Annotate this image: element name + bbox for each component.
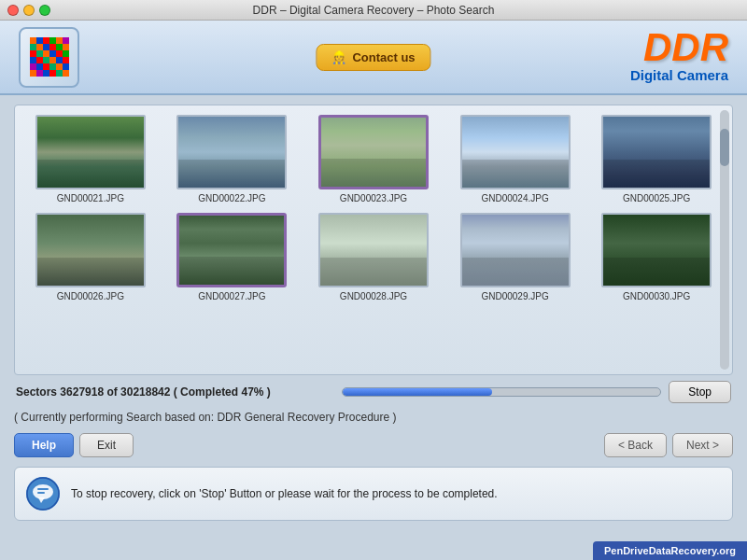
header: 👷 Contact us DDR Digital Camera (0, 21, 747, 95)
photo-thumbnail[interactable] (35, 115, 146, 189)
svg-rect-36 (63, 70, 69, 77)
svg-rect-29 (56, 63, 63, 70)
photo-thumbnail-selected[interactable] (176, 213, 287, 287)
status-message: ( Currently performing Search based on: … (14, 409, 733, 429)
svg-rect-33 (43, 70, 49, 77)
photo-filename: GND00028.JPG (340, 291, 407, 301)
svg-rect-21 (43, 57, 49, 63)
help-button[interactable]: Help (14, 433, 74, 457)
photo-thumbnail[interactable] (460, 213, 571, 287)
svg-rect-41 (37, 492, 45, 494)
svg-rect-10 (49, 44, 56, 50)
progress-text: Sectors 3627918 of 30218842 ( Completed … (16, 385, 334, 399)
photo-grid: GND00021.JPG GND00022.JPG GND00023.JPG G… (24, 115, 723, 301)
list-item[interactable]: GND00028.JPG (307, 213, 440, 301)
list-item[interactable]: GND00024.JPG (449, 115, 582, 203)
svg-rect-16 (49, 50, 56, 57)
photo-filename: GND00029.JPG (481, 291, 548, 301)
svg-rect-17 (56, 50, 63, 57)
scrollbar[interactable] (720, 110, 729, 370)
photo-thumbnail-selected[interactable] (318, 115, 429, 189)
contact-button[interactable]: 👷 Contact us (316, 44, 430, 71)
list-item[interactable]: GND00025.JPG (590, 115, 723, 203)
maximize-button[interactable] (39, 5, 50, 16)
stop-button[interactable]: Stop (669, 381, 731, 403)
svg-rect-24 (63, 57, 69, 63)
svg-rect-40 (37, 488, 49, 490)
svg-rect-18 (63, 50, 69, 57)
photo-filename: GND00024.JPG (481, 193, 548, 203)
photo-filename: GND00023.JPG (340, 193, 407, 203)
logo-checkerboard (30, 37, 69, 77)
photo-filename: GND00026.JPG (57, 291, 124, 301)
back-button[interactable]: < Back (604, 433, 667, 457)
minimize-button[interactable] (23, 5, 35, 16)
scrollbar-thumb[interactable] (720, 129, 729, 166)
photo-thumbnail[interactable] (460, 115, 571, 189)
info-text: To stop recovery, click on 'Stop' Button… (71, 487, 498, 500)
progress-fill (343, 388, 492, 396)
window-title: DDR – Digital Camera Recovery – Photo Se… (253, 4, 495, 17)
contact-label: Contact us (352, 50, 415, 64)
svg-rect-11 (56, 44, 63, 50)
svg-rect-15 (43, 50, 49, 57)
brand: DDR Digital Camera (630, 28, 728, 83)
svg-rect-31 (30, 70, 36, 77)
list-item[interactable]: GND00021.JPG (24, 115, 157, 203)
svg-rect-6 (63, 37, 69, 44)
svg-rect-9 (43, 44, 49, 50)
svg-rect-1 (30, 37, 36, 44)
photo-filename: GND00027.JPG (198, 291, 265, 301)
svg-rect-2 (36, 37, 43, 44)
svg-rect-3 (43, 37, 49, 44)
list-item[interactable]: GND00026.JPG (24, 213, 157, 301)
svg-rect-22 (49, 57, 56, 63)
navigation-bar: Help Exit < Back Next > (14, 429, 733, 461)
svg-rect-25 (30, 63, 36, 70)
info-icon (26, 477, 60, 511)
svg-rect-8 (36, 44, 43, 50)
brand-title: DDR (630, 28, 728, 67)
photo-thumbnail[interactable] (176, 115, 287, 189)
photo-filename: GND00021.JPG (57, 193, 124, 203)
progress-bar (342, 387, 662, 397)
window-controls[interactable] (7, 5, 50, 16)
photo-filename: GND00022.JPG (198, 193, 265, 203)
contact-icon: 👷 (331, 50, 346, 64)
svg-rect-27 (43, 63, 49, 70)
svg-rect-34 (49, 70, 56, 77)
photo-thumbnail[interactable] (318, 213, 429, 287)
next-button[interactable]: Next > (672, 433, 733, 457)
svg-rect-7 (30, 44, 36, 50)
photo-thumbnail[interactable] (601, 213, 712, 287)
svg-rect-14 (36, 50, 43, 57)
photo-filename: GND00030.JPG (623, 291, 690, 301)
footer-url: PenDriveDataRecovery.org (593, 541, 747, 560)
svg-rect-12 (63, 44, 69, 50)
svg-rect-13 (30, 50, 36, 57)
svg-rect-26 (36, 63, 43, 70)
svg-rect-23 (56, 57, 63, 63)
photo-thumbnail[interactable] (35, 213, 146, 287)
svg-rect-5 (56, 37, 63, 44)
svg-rect-30 (63, 63, 69, 70)
list-item[interactable]: GND00029.JPG (449, 213, 582, 301)
title-bar: DDR – Digital Camera Recovery – Photo Se… (0, 0, 747, 21)
svg-rect-19 (30, 57, 36, 63)
app-logo (19, 27, 79, 88)
main-content: GND00021.JPG GND00022.JPG GND00023.JPG G… (0, 95, 747, 530)
exit-button[interactable]: Exit (79, 433, 134, 457)
progress-section: Sectors 3627918 of 30218842 ( Completed … (14, 375, 733, 409)
close-button[interactable] (7, 5, 19, 16)
list-item[interactable]: GND00030.JPG (590, 213, 723, 301)
list-item[interactable]: GND00023.JPG (307, 115, 440, 203)
photo-grid-container: GND00021.JPG GND00022.JPG GND00023.JPG G… (14, 105, 733, 375)
svg-rect-4 (49, 37, 56, 44)
photo-thumbnail[interactable] (601, 115, 712, 189)
info-box: To stop recovery, click on 'Stop' Button… (14, 467, 733, 521)
svg-rect-28 (49, 63, 56, 70)
list-item[interactable]: GND00022.JPG (166, 115, 299, 203)
svg-rect-32 (36, 70, 43, 77)
list-item[interactable]: GND00027.JPG (166, 213, 299, 301)
brand-subtitle: Digital Camera (630, 67, 728, 83)
